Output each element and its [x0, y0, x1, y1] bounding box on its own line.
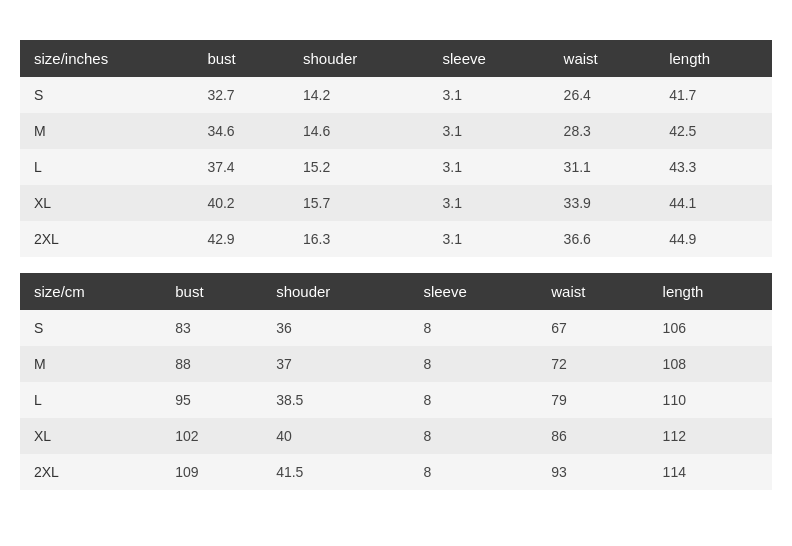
cm-table: size/cm bust shouder sleeve waist length…	[20, 273, 772, 490]
inches-col-size: size/inches	[20, 40, 193, 77]
table-cell: 102	[161, 418, 262, 454]
table-cell: 88	[161, 346, 262, 382]
table-cell: 33.9	[550, 185, 656, 221]
table-cell: M	[20, 113, 193, 149]
table-cell: 41.5	[262, 454, 409, 490]
table-cell: 3.1	[429, 185, 550, 221]
table-cell: 3.1	[429, 113, 550, 149]
table-cell: 3.1	[429, 77, 550, 113]
inches-col-shoulder: shouder	[289, 40, 429, 77]
table-row: L9538.5879110	[20, 382, 772, 418]
table-cell: 83	[161, 310, 262, 346]
cm-header-row: size/cm bust shouder sleeve waist length	[20, 273, 772, 310]
table-row: M34.614.63.128.342.5	[20, 113, 772, 149]
table-cell: 2XL	[20, 454, 161, 490]
table-cell: M	[20, 346, 161, 382]
table-row: XL40.215.73.133.944.1	[20, 185, 772, 221]
table-row: S8336867106	[20, 310, 772, 346]
table-cell: 79	[537, 382, 648, 418]
table-cell: XL	[20, 185, 193, 221]
table-row: M8837872108	[20, 346, 772, 382]
table-cell: 114	[649, 454, 772, 490]
table-cell: 43.3	[655, 149, 772, 185]
table-cell: 8	[409, 454, 537, 490]
table-cell: 37	[262, 346, 409, 382]
table-row: L37.415.23.131.143.3	[20, 149, 772, 185]
table-cell: 3.1	[429, 221, 550, 257]
table-cell: 72	[537, 346, 648, 382]
size-chart-container: size/inches bust shouder sleeve waist le…	[0, 30, 792, 516]
table-cell: 112	[649, 418, 772, 454]
table-cell: 38.5	[262, 382, 409, 418]
table-cell: L	[20, 382, 161, 418]
table-cell: XL	[20, 418, 161, 454]
table-cell: 36	[262, 310, 409, 346]
cm-col-shoulder: shouder	[262, 273, 409, 310]
table-cell: 93	[537, 454, 648, 490]
inches-col-sleeve: sleeve	[429, 40, 550, 77]
table-cell: 44.9	[655, 221, 772, 257]
table-cell: S	[20, 77, 193, 113]
table-cell: 3.1	[429, 149, 550, 185]
table-cell: 40.2	[193, 185, 289, 221]
table-cell: 95	[161, 382, 262, 418]
cm-col-length: length	[649, 273, 772, 310]
inches-header-row: size/inches bust shouder sleeve waist le…	[20, 40, 772, 77]
table-row: 2XL42.916.33.136.644.9	[20, 221, 772, 257]
table-cell: 31.1	[550, 149, 656, 185]
table-cell: 110	[649, 382, 772, 418]
table-cell: 16.3	[289, 221, 429, 257]
table-cell: 34.6	[193, 113, 289, 149]
table-cell: 106	[649, 310, 772, 346]
table-cell: 41.7	[655, 77, 772, 113]
table-cell: 108	[649, 346, 772, 382]
table-cell: 14.6	[289, 113, 429, 149]
table-cell: 36.6	[550, 221, 656, 257]
table-cell: S	[20, 310, 161, 346]
table-cell: 14.2	[289, 77, 429, 113]
inches-col-bust: bust	[193, 40, 289, 77]
cm-col-bust: bust	[161, 273, 262, 310]
table-row: S32.714.23.126.441.7	[20, 77, 772, 113]
table-cell: 15.2	[289, 149, 429, 185]
table-cell: 40	[262, 418, 409, 454]
table-cell: 26.4	[550, 77, 656, 113]
table-cell: 8	[409, 346, 537, 382]
table-cell: 37.4	[193, 149, 289, 185]
table-cell: 8	[409, 310, 537, 346]
cm-col-sleeve: sleeve	[409, 273, 537, 310]
table-row: 2XL10941.5893114	[20, 454, 772, 490]
cm-col-size: size/cm	[20, 273, 161, 310]
table-cell: 44.1	[655, 185, 772, 221]
table-cell: 8	[409, 418, 537, 454]
table-cell: 8	[409, 382, 537, 418]
table-row: XL10240886112	[20, 418, 772, 454]
inches-table: size/inches bust shouder sleeve waist le…	[20, 40, 772, 257]
table-cell: 28.3	[550, 113, 656, 149]
inches-col-waist: waist	[550, 40, 656, 77]
table-cell: 42.9	[193, 221, 289, 257]
table-cell: 2XL	[20, 221, 193, 257]
table-cell: 32.7	[193, 77, 289, 113]
inches-col-length: length	[655, 40, 772, 77]
table-cell: 86	[537, 418, 648, 454]
cm-col-waist: waist	[537, 273, 648, 310]
table-cell: 15.7	[289, 185, 429, 221]
table-cell: L	[20, 149, 193, 185]
table-cell: 109	[161, 454, 262, 490]
table-cell: 67	[537, 310, 648, 346]
table-cell: 42.5	[655, 113, 772, 149]
